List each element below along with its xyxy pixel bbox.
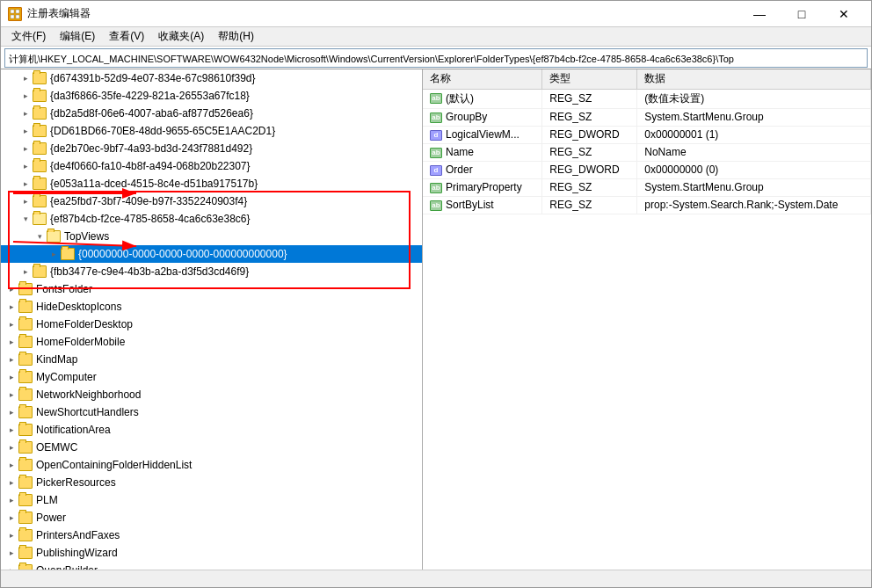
tree-toggle-icon[interactable]: ▸ [4,352,18,367]
tree-toggle-icon[interactable]: ▸ [4,493,18,507]
tree-item[interactable]: ▸FontsFolder [1,280,422,298]
tree-item[interactable]: ▸{da3f6866-35fe-4229-821a-26553a67fc18} [1,87,422,105]
tree-item[interactable]: ▸OpenContainingFolderHiddenList [1,456,422,474]
tree-toggle-icon[interactable]: ▸ [18,71,33,85]
tree-item[interactable]: ▸PrintersAndFaxes [1,526,422,544]
tree-toggle-icon[interactable]: ▸ [4,300,18,314]
table-row[interactable]: dOrderREG_DWORD0x00000000 (0) [423,161,871,178]
tree-toggle-icon[interactable]: ▸ [18,142,33,156]
folder-icon [18,494,33,506]
tree-item[interactable]: ▸{00000000-0000-0000-0000-000000000000} [1,245,422,263]
tree-item-label: {ea25fbd7-3bf7-409e-b97f-3352240903f4} [50,195,247,207]
tree-toggle-icon[interactable]: ▸ [4,528,18,542]
tree-toggle-icon[interactable]: ▸ [4,317,18,331]
tree-toggle-icon[interactable]: ▸ [4,405,18,419]
tree-item[interactable]: ▸{e053a11a-dced-4515-8c4e-d51ba917517b} [1,175,422,192]
value-type-cell: REG_SZ [542,178,637,196]
svg-rect-0 [11,10,14,13]
tree-toggle-icon[interactable]: ▸ [4,546,18,560]
tree-toggle-icon[interactable]: ▸ [4,370,18,384]
tree-item[interactable]: ▸PickerResources [1,474,422,491]
tree-toggle-icon[interactable]: ▸ [4,282,18,296]
tree-item[interactable]: ▸PublishingWizard [1,544,422,562]
tree-item[interactable]: ▸HideDesktopIcons [1,298,422,316]
tree-item[interactable]: ▸{DD61BD66-70E8-48dd-9655-65C5E1AAC2D1} [1,122,422,140]
tree-toggle-icon[interactable]: ▸ [4,563,18,570]
tree-toggle-icon[interactable]: ▸ [4,511,18,525]
registry-tree[interactable]: ▸{d674391b-52d9-4e07-834e-67c98610f39d}▸… [1,69,423,570]
tree-item[interactable]: ▸HomeFolderDesktop [1,316,422,333]
tree-item-label: PLM [36,494,58,506]
tree-toggle-icon[interactable]: ▸ [18,194,33,208]
tree-toggle-icon[interactable]: ▾ [33,229,47,243]
tree-item[interactable]: ▸{fbb3477e-c9e4-4b3b-a2ba-d3f5d3cd46f9} [1,263,422,280]
address-input[interactable]: 计算机\HKEY_LOCAL_MACHINE\SOFTWARE\WOW6432N… [4,48,868,68]
tree-item[interactable]: ▸PLM [1,491,422,509]
tree-toggle-icon[interactable]: ▸ [18,89,33,103]
tree-item[interactable]: ▸{ea25fbd7-3bf7-409e-b97f-3352240903f4} [1,192,422,210]
value-data-cell: System.StartMenu.Group [637,108,871,126]
tree-item[interactable]: ▸{db2a5d8f-06e6-4007-aba6-af877d526ea6} [1,105,422,122]
value-type-cell: REG_DWORD [542,126,637,143]
tree-item-label: NewShortcutHandlers [36,406,139,418]
tree-item[interactable]: ▸NetworkNeighborhood [1,386,422,403]
tree-item-label: NotificationArea [36,424,111,436]
folder-icon [18,318,33,330]
menu-item[interactable]: 收藏夹(A) [151,27,211,46]
tree-item-label: {db2a5d8f-06e6-4007-aba6-af877d526ea6} [50,107,253,120]
menu-bar: 文件(F)编辑(E)查看(V)收藏夹(A)帮助(H) [1,27,871,47]
folder-icon [33,213,47,225]
table-row[interactable]: abNameREG_SZNoName [423,143,871,161]
value-name-cell: abPrimaryProperty [423,178,542,196]
tree-toggle-icon[interactable]: ▸ [4,423,18,437]
table-row[interactable]: abGroupByREG_SZSystem.StartMenu.Group [423,108,871,126]
table-row[interactable]: abSortByListREG_SZprop:-System.Search.Ra… [423,196,871,214]
tree-item[interactable]: ▸MyComputer [1,368,422,386]
tree-toggle-icon[interactable]: ▸ [4,335,18,349]
tree-item[interactable]: ▸NotificationArea [1,421,422,439]
menu-item[interactable]: 编辑(E) [53,27,102,46]
folder-icon [18,476,33,489]
folder-icon [47,230,61,243]
tree-item[interactable]: ▾TopViews [1,228,422,245]
tree-toggle-icon[interactable]: ▸ [47,247,61,261]
menu-item[interactable]: 帮助(H) [211,27,261,46]
folder-icon [33,125,47,137]
tree-item[interactable]: ▸NewShortcutHandlers [1,403,422,421]
tree-toggle-icon[interactable]: ▸ [4,440,18,454]
tree-toggle-icon[interactable]: ▸ [4,475,18,490]
tree-toggle-icon[interactable]: ▸ [18,177,33,191]
tree-item[interactable]: ▾{ef87b4cb-f2ce-4785-8658-4ca6c63e38c6} [1,210,422,228]
tree-item[interactable]: ▸OEMWC [1,439,422,456]
tree-toggle-icon[interactable]: ▸ [18,106,33,120]
tree-item-label: HideDesktopIcons [36,301,121,313]
tree-toggle-icon[interactable]: ▸ [18,124,33,138]
tree-toggle-icon[interactable]: ▸ [4,388,18,402]
folder-icon [18,283,33,295]
maximize-button[interactable]: □ [781,1,822,27]
tree-toggle-icon[interactable]: ▸ [18,265,33,279]
close-button[interactable]: ✕ [824,1,864,27]
tree-item[interactable]: ▸HomeFolderMobile [1,333,422,351]
menu-item[interactable]: 文件(F) [4,27,53,46]
tree-item[interactable]: ▸{d674391b-52d9-4e07-834e-67c98610f39d} [1,69,422,87]
tree-toggle-icon[interactable]: ▾ [18,212,33,226]
value-type-icon: ab [430,148,442,158]
table-row[interactable]: dLogicalViewM...REG_DWORD0x00000001 (1) [423,126,871,143]
minimize-button[interactable]: — [739,1,780,27]
value-data-cell: NoName [637,143,871,161]
tree-toggle-icon[interactable]: ▸ [18,159,33,173]
tree-item[interactable]: ▸{de4f0660-fa10-4b8f-a494-068b20b22307} [1,157,422,175]
tree-item[interactable]: ▸Power [1,509,422,526]
values-panel[interactable]: 名称 类型 数据 ab(默认)REG_SZ(数值未设置)abGroupByREG… [423,69,871,570]
tree-item-label: HomeFolderMobile [36,336,125,348]
tree-item[interactable]: ▸QueryBuilder [1,562,422,570]
folder-icon [18,406,33,418]
table-row[interactable]: ab(默认)REG_SZ(数值未设置) [423,89,871,108]
tree-toggle-icon[interactable]: ▸ [4,458,18,472]
tree-item[interactable]: ▸KindMap [1,351,422,368]
tree-item[interactable]: ▸{de2b70ec-9bf7-4a93-bd3d-243f7881d492} [1,140,422,157]
menu-item[interactable]: 查看(V) [102,27,151,46]
window-title: 注册表编辑器 [27,6,91,21]
table-row[interactable]: abPrimaryPropertyREG_SZSystem.StartMenu.… [423,178,871,196]
